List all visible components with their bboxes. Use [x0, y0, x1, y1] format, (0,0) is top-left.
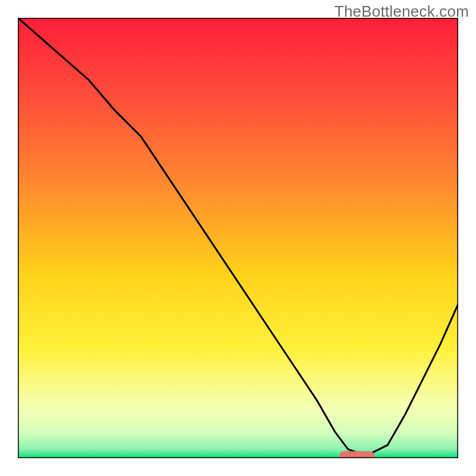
chart-svg: [18, 18, 458, 458]
gradient-background: [18, 18, 458, 458]
marker-layer: [339, 451, 374, 458]
plot-area: [18, 18, 458, 458]
chart-container: TheBottleneck.com: [0, 0, 476, 476]
marker-optimal-zone: [339, 451, 374, 458]
